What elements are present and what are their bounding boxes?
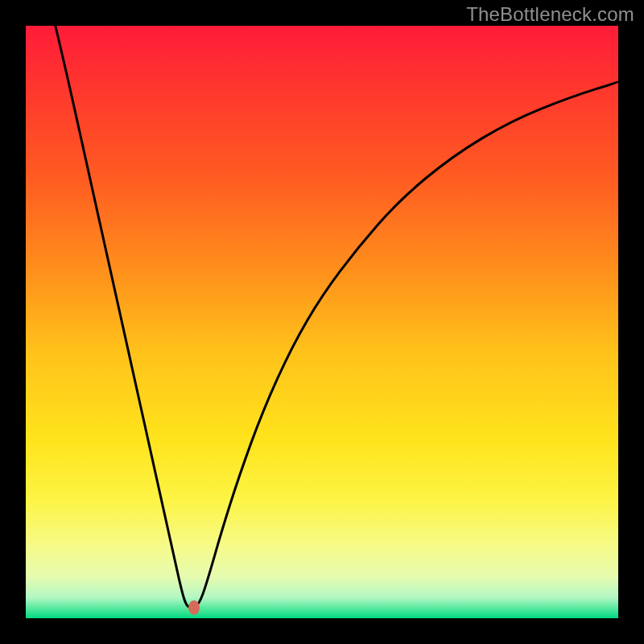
- plot-area: [26, 26, 618, 618]
- chart-frame: TheBottleneck.com: [0, 0, 644, 644]
- chart-svg: [26, 26, 618, 618]
- watermark-text: TheBottleneck.com: [466, 3, 634, 26]
- minimum-marker: [188, 601, 200, 615]
